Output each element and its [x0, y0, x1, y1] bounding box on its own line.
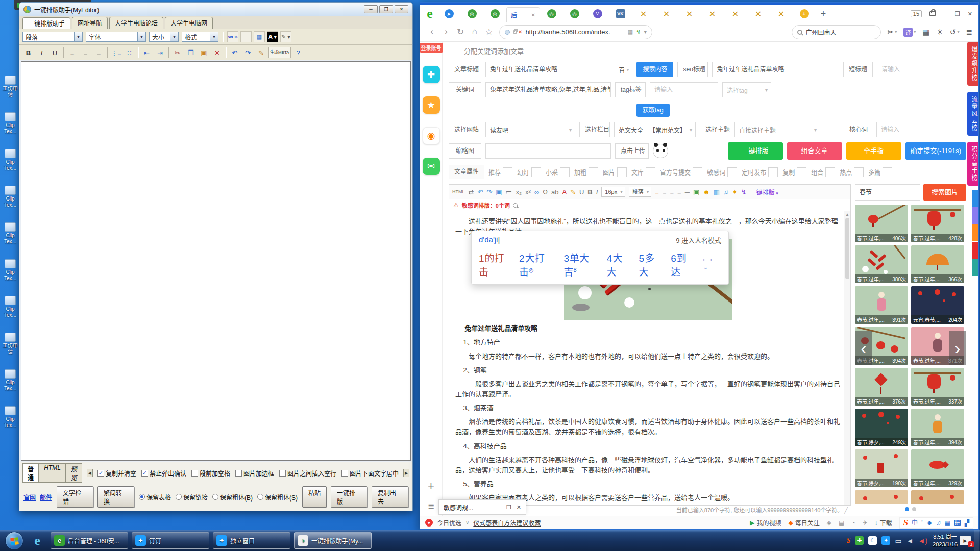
content-scrollbar[interactable] — [844, 211, 850, 505]
sensitive-search-icon[interactable] — [513, 203, 518, 208]
speed-mode-icon[interactable] — [636, 29, 641, 35]
justify-icon[interactable]: ≡ — [677, 189, 681, 195]
image-result[interactable]: 春节,除夕,...249次 — [855, 409, 908, 446]
tag-input[interactable]: 请输入 — [650, 82, 718, 97]
desktop-icon[interactable]: 工伤申请 — [1, 76, 19, 98]
download[interactable]: ↓下载 — [875, 518, 892, 527]
fullscreen-icon[interactable]: ⇄ — [469, 189, 474, 195]
radio-icon[interactable] — [176, 494, 182, 500]
keep-option-radio[interactable]: 保留粗体(S) — [257, 493, 298, 502]
ime-candidate[interactable]: 1的打击 — [479, 251, 509, 278]
unordered-list-icon[interactable]: ∷ — [124, 47, 135, 58]
refresh-button[interactable]: ↻ — [455, 27, 466, 37]
radio-icon[interactable] — [212, 494, 218, 500]
menu-icon[interactable]: ≣ — [966, 28, 972, 37]
taskbar-clock[interactable]: 8:51 周一 2023/1/16 — [933, 533, 958, 548]
close-button[interactable] — [395, 5, 408, 13]
attribute-checkbox[interactable] — [768, 167, 778, 177]
font-color-icon[interactable]: A ▾ — [267, 31, 278, 42]
emotion-icon[interactable]: ☻ — [703, 189, 710, 195]
editor-tab[interactable]: 一键排版助手 — [22, 17, 70, 29]
monitor-icon[interactable]: ▤ — [839, 519, 844, 527]
desktop-icon[interactable]: 工伤申请 — [1, 333, 19, 355]
option-checkbox[interactable]: ✓禁止弹出确认 — [141, 469, 186, 478]
sogou-tray-icon[interactable]: S — [847, 537, 851, 544]
fore-color-icon[interactable]: A — [562, 189, 567, 195]
format-combo[interactable]: 段落 — [22, 32, 83, 42]
toolbox-icon[interactable]: ▞ — [965, 520, 969, 526]
editor-titlebar[interactable]: 一键排版助手(MyEditor) — [19, 3, 412, 16]
dingtalk-tray-icon[interactable]: ✦ — [881, 536, 890, 545]
cut-icon[interactable]: ✂ — [172, 47, 183, 58]
weblink-icon[interactable]: WEB — [227, 31, 238, 42]
attribute-checkbox[interactable] — [693, 167, 702, 177]
attribute-checkbox[interactable] — [883, 167, 892, 177]
image-result[interactable]: 春节,过年,...391次 — [855, 286, 908, 324]
url-text[interactable]: http://lianhe.5068.com/index. — [525, 28, 610, 36]
desktop-icon[interactable]: Clip Tex... — [1, 186, 19, 208]
notification-icon[interactable]: 3 — [960, 536, 971, 545]
attribute-option[interactable]: 文库 — [631, 167, 655, 177]
gold-tab[interactable]: ✕ — [770, 5, 793, 22]
editor-tab[interactable]: 网址导航 — [72, 17, 108, 29]
site-tab[interactable]: ◎ — [540, 5, 563, 22]
underline-icon[interactable]: U — [49, 47, 61, 58]
image-result[interactable]: 春节,过年,...329次 — [911, 449, 964, 487]
editor-link[interactable]: 邮件 — [40, 493, 52, 502]
sidebar-add-icon[interactable] — [428, 480, 434, 493]
edge-color-segment[interactable] — [972, 259, 978, 276]
subscript-icon[interactable]: x₂ — [516, 189, 522, 195]
align-right-icon[interactable]: ≡ — [670, 189, 674, 195]
editor-text-area[interactable] — [21, 61, 411, 461]
site-tab[interactable]: ◎ — [563, 5, 586, 22]
gold-tab[interactable]: ✕ — [724, 5, 747, 22]
apps-grid-icon[interactable]: ▦ — [922, 28, 929, 37]
voice-icon[interactable]: ♫ — [936, 520, 941, 526]
image-result[interactable]: 春节,过年,...376次 — [855, 368, 908, 406]
onekey-format-menu[interactable]: 一键排版 — [750, 188, 778, 196]
table-icon[interactable]: ▦ — [254, 31, 265, 42]
network-icon[interactable]: ▭ — [895, 537, 901, 544]
redo-icon[interactable]: ↷ — [242, 47, 254, 58]
combine-article-button[interactable]: 组合文章 — [787, 142, 842, 160]
format-brush-icon[interactable]: ≔ — [506, 189, 512, 195]
attribute-checkbox[interactable] — [503, 167, 512, 177]
column-select[interactable]: 范文大全—【常用范文】 — [614, 122, 696, 137]
copy-icon[interactable]: ❐ — [185, 47, 197, 58]
image-result[interactable]: 春节,过年,...366次 — [911, 245, 964, 283]
underline-icon[interactable]: U — [579, 189, 584, 195]
combo-caret-icon[interactable] — [210, 32, 218, 41]
emoji-icon[interactable]: ☻ — [926, 520, 933, 526]
browser-360-logo[interactable] — [422, 6, 437, 21]
weibo-icon[interactable]: ◉ — [423, 127, 440, 144]
attribute-option[interactable]: 小采 — [546, 167, 570, 177]
ime-candidate[interactable]: 6到达 — [671, 251, 693, 278]
health-app-icon[interactable]: ✚ — [423, 66, 440, 83]
shopping-bag-icon[interactable] — [929, 11, 936, 16]
tab-close-icon[interactable] — [531, 12, 535, 18]
desktop-icon[interactable]: Clip Tex... — [1, 222, 19, 245]
all-manual-button[interactable]: 全手指 — [846, 142, 901, 160]
site-select[interactable]: 读友吧 — [485, 122, 575, 137]
note-icon[interactable]: ✎ — [255, 47, 267, 58]
editor-action-button[interactable]: 一键排版 — [331, 486, 368, 508]
maximize-button[interactable] — [379, 5, 393, 13]
redo-icon[interactable]: ↷ — [486, 189, 492, 195]
music-icon[interactable]: ♫ — [723, 189, 728, 195]
attribute-checkbox[interactable] — [617, 167, 627, 177]
favorites-star-icon[interactable]: ★ — [423, 96, 440, 114]
editor-action-button[interactable]: 粘贴 — [302, 486, 327, 508]
checkbox-icon[interactable]: ✓ — [141, 470, 148, 477]
attribute-option[interactable]: 组合 — [811, 167, 835, 177]
gold-tab[interactable]: ✕ — [747, 5, 770, 22]
login-badge[interactable]: 登录账号 — [420, 43, 443, 53]
paw-tab[interactable]: ∵ — [586, 5, 609, 22]
align-center-icon[interactable]: ≡ — [80, 47, 91, 58]
eraser-icon[interactable]: ✎ ▾ — [280, 31, 291, 42]
tab-scroll-right-icon[interactable] — [403, 469, 409, 477]
mood-icon[interactable]: ◔ — [851, 519, 855, 527]
qr-code-icon[interactable] — [628, 29, 633, 35]
site-info-icon[interactable] — [505, 30, 510, 35]
tab-scroll-left-icon[interactable] — [87, 469, 93, 477]
radio-icon[interactable] — [139, 494, 145, 500]
